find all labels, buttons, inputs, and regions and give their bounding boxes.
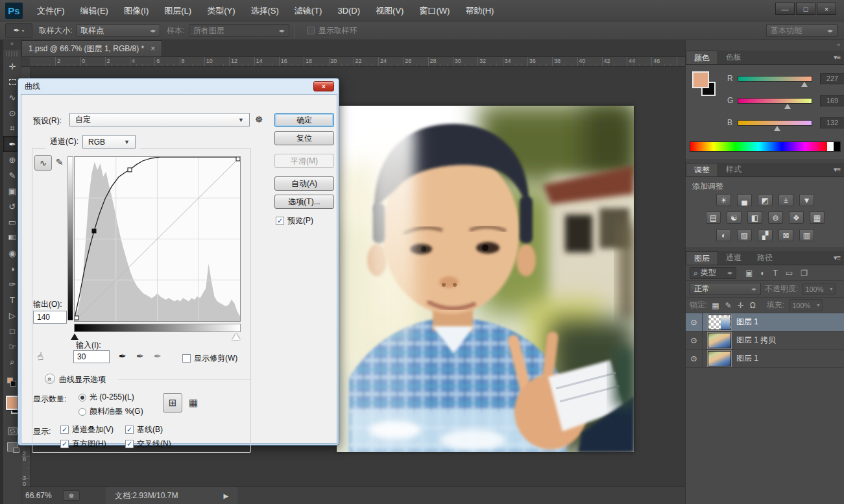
filter-type-dropdown[interactable]: ⌕ 类型 ◂▸: [690, 267, 736, 279]
curve-plot[interactable]: [74, 156, 241, 322]
dialog-close-button[interactable]: ×: [313, 81, 334, 91]
screen-mode-button[interactable]: [7, 442, 18, 451]
preview-checkbox[interactable]: ✓: [276, 217, 284, 225]
document-info[interactable]: 文档:2.93M/10.7M ▶: [106, 487, 237, 504]
spectrum-ramp[interactable]: [690, 142, 827, 151]
default-colors-icon[interactable]: [7, 378, 18, 387]
menu-item-7[interactable]: 3D(D): [330, 0, 368, 21]
workspace-dropdown[interactable]: 基本功能 ◂▸: [766, 24, 838, 37]
smooth-button[interactable]: 平滑(M): [274, 154, 334, 168]
lock-transparency-icon[interactable]: ▦: [712, 301, 719, 310]
slider-thumb[interactable]: [784, 104, 791, 109]
intersection-checkbox[interactable]: ✓: [125, 440, 134, 448]
visibility-toggle[interactable]: ⊙: [686, 350, 703, 367]
menu-item-10[interactable]: 帮助(H): [457, 0, 501, 21]
zoom-level-field[interactable]: 66.67%: [25, 491, 63, 500]
vibrance-icon[interactable]: ▼: [799, 194, 814, 206]
reset-button[interactable]: 复位: [274, 131, 334, 145]
histogram-checkbox[interactable]: ✓: [60, 440, 69, 448]
tab-adjustments[interactable]: 调整: [686, 163, 718, 176]
show-sampling-ring-checkbox[interactable]: [307, 27, 315, 34]
tool-preset-picker[interactable]: ✒ ▾: [5, 23, 32, 38]
highlight-input-slider[interactable]: [232, 333, 240, 340]
black-white-icon[interactable]: ◧: [747, 211, 762, 224]
close-button[interactable]: ×: [817, 3, 836, 15]
filter-type-layers-icon[interactable]: T: [773, 269, 778, 278]
document-tab[interactable]: 1.psd @ 66.7% (图层 1, RGB/8) * ×: [21, 40, 162, 56]
selective-color-icon[interactable]: ⊠: [778, 229, 793, 241]
curves-icon[interactable]: ◩: [758, 194, 773, 206]
document-image[interactable]: [337, 106, 634, 452]
panel-menu-icon[interactable]: ▾≡: [834, 254, 840, 262]
photo-filter-icon[interactable]: ⊚: [768, 211, 783, 224]
gradient-map-icon[interactable]: ▥: [799, 229, 814, 241]
collapse-section-icon[interactable]: «: [45, 374, 55, 384]
close-tab-icon[interactable]: ×: [151, 44, 155, 53]
layer-thumbnail[interactable]: [708, 333, 731, 348]
filter-shape-layers-icon[interactable]: ▭: [786, 269, 793, 278]
curves-dialog[interactable]: 曲线 × 预设(R): 自定 ▼ ☸ 确定 复位 平滑(M) 自动(A) 选项(…: [18, 78, 339, 446]
gray-point-dropper[interactable]: ✒: [136, 351, 144, 361]
tab-styles[interactable]: 样式: [718, 163, 749, 176]
color-ramp[interactable]: [690, 141, 841, 152]
opacity-dropdown[interactable]: 100% ▾: [802, 283, 836, 295]
channel-value-field[interactable]: 227: [820, 73, 844, 84]
channel-value-field[interactable]: 169: [820, 95, 844, 106]
menu-item-4[interactable]: 类型(Y): [199, 0, 243, 21]
preset-options-gear-icon[interactable]: ☸: [255, 114, 263, 125]
lock-all-icon[interactable]: Ω: [750, 301, 756, 310]
filter-pixel-layers-icon[interactable]: ▣: [745, 269, 753, 278]
panel-menu-icon[interactable]: ▾≡: [834, 165, 840, 174]
auto-button[interactable]: 自动(A): [274, 176, 334, 191]
menu-item-2[interactable]: 图像(I): [116, 0, 156, 21]
lock-position-icon[interactable]: ✛: [738, 301, 744, 310]
levels-icon[interactable]: ▄: [737, 194, 752, 206]
visibility-toggle[interactable]: ⊙: [686, 331, 703, 349]
layer-row[interactable]: ⊙图层 1: [686, 313, 844, 331]
threshold-icon[interactable]: ▞: [758, 229, 773, 241]
slider-track-b[interactable]: [738, 120, 812, 126]
input-field[interactable]: 30: [73, 350, 110, 363]
tab-paths[interactable]: 路径: [749, 251, 780, 265]
layer-row[interactable]: ⊙图层 1 拷贝: [686, 331, 844, 350]
draw-curve-pencil-button[interactable]: ✎: [56, 157, 64, 167]
menu-item-9[interactable]: 窗口(W): [411, 0, 457, 21]
tab-color[interactable]: 颜色: [686, 51, 718, 64]
blend-mode-dropdown[interactable]: 正常 ◂▸: [690, 283, 761, 295]
pigment-radio[interactable]: [78, 408, 86, 416]
quick-mask-button[interactable]: [8, 427, 18, 435]
tab-channels[interactable]: 通道: [718, 251, 749, 265]
black-cell[interactable]: [834, 142, 840, 151]
toolbar-collapse-icon[interactable]: »: [3, 40, 21, 49]
menu-item-8[interactable]: 视图(V): [368, 0, 411, 21]
sample-size-dropdown[interactable]: 取样点 ◂▸: [76, 24, 160, 37]
light-radio[interactable]: [78, 394, 86, 402]
invert-icon[interactable]: ◐: [716, 229, 731, 241]
layer-thumbnail[interactable]: [708, 315, 731, 330]
simple-grid-button[interactable]: ⊞: [163, 393, 182, 413]
color-lookup-icon[interactable]: ▦: [810, 211, 825, 224]
white-point-dropper[interactable]: ✒: [154, 351, 162, 361]
filter-adjustment-layers-icon[interactable]: ◐: [760, 269, 765, 278]
menu-item-0[interactable]: 文件(F): [29, 0, 73, 21]
toolbar-grip[interactable]: [6, 51, 18, 56]
show-clipping-checkbox[interactable]: [182, 354, 191, 363]
output-field[interactable]: 140: [33, 311, 67, 324]
status-gear-icon[interactable]: ☸: [63, 490, 80, 501]
shadow-input-slider[interactable]: [71, 333, 78, 340]
dialog-title-bar[interactable]: 曲线: [18, 78, 339, 94]
options-button[interactable]: 选项(T)...: [274, 195, 334, 209]
slider-track-g[interactable]: [738, 98, 812, 104]
posterize-icon[interactable]: ▨: [737, 229, 752, 241]
layer-thumbnail[interactable]: [708, 351, 731, 366]
visibility-toggle[interactable]: ⊙: [686, 313, 703, 331]
channel-value-field[interactable]: 132: [820, 117, 844, 128]
dock-collapse-icon[interactable]: »: [837, 42, 840, 48]
tab-layers[interactable]: 图层: [686, 251, 718, 265]
detailed-grid-button[interactable]: ▦: [186, 396, 200, 410]
hue-saturation-icon[interactable]: ▤: [706, 211, 721, 224]
channel-overlay-checkbox[interactable]: ✓: [60, 426, 69, 434]
color-balance-icon[interactable]: ☯: [727, 211, 742, 224]
edit-points-mode-button[interactable]: ∿: [34, 155, 52, 171]
white-cell[interactable]: [827, 142, 834, 151]
